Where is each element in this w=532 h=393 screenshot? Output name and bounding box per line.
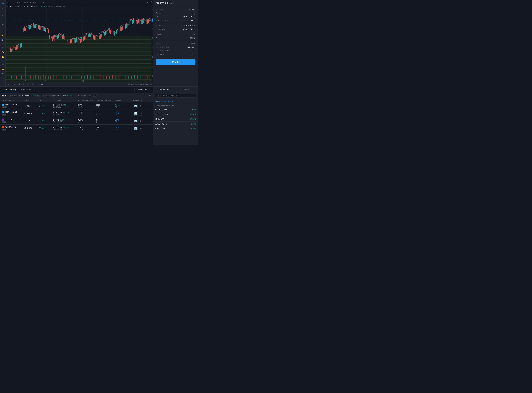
cancel-btn-3[interactable]: ⊘	[139, 126, 143, 130]
svg-rect-130	[97, 37, 97, 41]
value-col-0: $ 4 025.44	[24, 105, 39, 107]
crosshair-tool[interactable]: ✛	[1, 1, 5, 5]
alert-tool[interactable]: 🔔	[1, 55, 5, 59]
exchange-label[interactable]: Binance	[24, 1, 31, 4]
timeframe-7d[interactable]: 7d	[17, 83, 21, 85]
eye-tool[interactable]: 👁	[1, 72, 5, 76]
candle-type-btn[interactable]: 🕯	[11, 1, 13, 4]
fullscreen-icon[interactable]: ⛶	[150, 1, 152, 4]
change-col-0: 3.04%	[39, 105, 53, 107]
svg-rect-159	[136, 20, 136, 24]
ruler-tool[interactable]: 📏	[1, 50, 5, 54]
sbot-divider-2	[153, 32, 198, 32]
stats-btn-1[interactable]: 📊	[133, 111, 138, 116]
sbot-value-exchange: Huobi	[191, 12, 195, 14]
timeframe-1h-bottom[interactable]: 1h	[36, 83, 39, 85]
stats-btn-3[interactable]: 📊	[133, 126, 138, 130]
node-tool[interactable]: ⌥	[1, 28, 5, 32]
chart-time-display: 18:16:27 (UTC+3)	[128, 83, 142, 85]
svg-point-238	[101, 32, 102, 34]
backtest-month[interactable]: Month	[155, 100, 160, 103]
indicators-btn[interactable]: Indicators	[15, 1, 22, 4]
svg-rect-163	[141, 20, 141, 24]
tab-strategies[interactable]: Strategies (427)	[153, 87, 176, 92]
col-pair-label: Pair / Bot type	[5, 99, 15, 101]
pct-view[interactable]: %	[143, 83, 145, 85]
search-input[interactable]	[155, 93, 196, 98]
trans-col-3: 186 0	[96, 126, 115, 130]
status-col-1: Long TP	[115, 111, 133, 115]
smiley-tool[interactable]: ☺	[1, 45, 5, 49]
svg-rect-133	[102, 34, 102, 37]
modify-button[interactable]: Modify	[156, 59, 195, 65]
strategy-item[interactable]: WAVES / BTC ↑ 8.13%	[153, 122, 198, 126]
profit-pct-1: 36.23%	[63, 111, 69, 113]
sbot-row-low-price: Low price 0.521	[153, 53, 198, 56]
cancel-btn-1[interactable]: ⊘	[139, 111, 143, 116]
log-view[interactable]: log	[145, 83, 148, 85]
filter-button[interactable]: ⚙	[149, 94, 151, 97]
timeframe-1d[interactable]: 1d	[26, 83, 30, 85]
chart-area: 1h 🕯 Indicators Binance 1INCH/USDT ⚙ ⛶ O…	[5, 0, 153, 87]
timeframe-6h[interactable]: 6h	[31, 83, 34, 85]
timeframe-1h[interactable]: 1h	[7, 1, 9, 4]
svg-rect-161	[138, 19, 139, 23]
pair-col-3: α ALPHA / BTC DCA	[2, 126, 24, 131]
strategy-item[interactable]: LDO / BTC ↑ 12.03%	[153, 117, 198, 122]
timeframe-3d[interactable]: 3d	[22, 83, 25, 85]
strategy-item[interactable]: BTCST / BUSD ↑ 13.08%	[153, 112, 198, 117]
svg-text:0.850: 0.850	[152, 9, 153, 10]
more-tool[interactable]: ⋯	[1, 77, 5, 81]
svg-rect-111	[73, 40, 73, 44]
measure-tool[interactable]: 📐	[1, 33, 5, 37]
svg-text:3: 3	[119, 80, 120, 82]
svg-text:29: 29	[25, 80, 26, 82]
help-icon[interactable]: ?	[173, 2, 174, 4]
tab-spot-history[interactable]: Spot history	[18, 87, 34, 93]
sbot-value-bot-type: SBot V2	[189, 8, 195, 10]
svg-text:0.600: 0.600	[152, 56, 153, 58]
pencil-tool[interactable]: ✏	[1, 13, 5, 17]
strategy-item[interactable]: ATOM / BTC ↑ 7.28%	[153, 126, 198, 131]
tab-balance[interactable]: Balance	[176, 87, 198, 92]
svg-rect-121	[86, 35, 86, 39]
chart-canvas[interactable]: 0.850 0.800 0.750 0.700 0.650 0.600 0.55…	[5, 7, 153, 82]
timeframe-3m[interactable]: 3m	[7, 83, 11, 85]
share-earn-button[interactable]: $ Share & Earn	[134, 88, 151, 92]
timeframe-1m[interactable]: 1m	[12, 83, 16, 85]
stats-btn-0[interactable]: 📊	[133, 104, 138, 108]
cursor-tool[interactable]: ↖	[1, 6, 5, 10]
lines-tool[interactable]: ≡	[1, 18, 5, 22]
value-col-1: $ 4 366.36	[24, 112, 39, 114]
compare-btn[interactable]: ⇄	[40, 83, 44, 86]
svg-rect-96	[53, 36, 54, 39]
text-tool[interactable]: T	[1, 23, 5, 27]
svg-rect-287	[103, 75, 103, 79]
trans-num-3: 186	[96, 126, 115, 128]
auto-view[interactable]: auto	[149, 83, 152, 85]
pair-label[interactable]: 1INCH/USDT	[33, 1, 44, 4]
cancel-btn-0[interactable]: ⊘	[139, 104, 143, 108]
settings-icon[interactable]: ⚙	[146, 1, 149, 4]
value-value: $ 40 421.17	[88, 95, 97, 97]
svg-rect-8	[5, 36, 152, 82]
avg-pct-0: 0.21%	[78, 104, 96, 106]
table-row: α ALPHA / BTC DCA $ 7 526.88 60.08% $ 2 …	[0, 125, 153, 132]
strat-pair-3: WAVES / BTC	[155, 123, 167, 125]
ohlc-change: +0.001 (+0.13%)	[34, 5, 47, 7]
strategy-item[interactable]: BTCST / USDT ↑ 13.5%	[153, 107, 198, 112]
sbot-label-profit-currency: Profit currency	[156, 20, 168, 22]
svg-rect-274	[63, 75, 63, 79]
svg-rect-98	[56, 36, 56, 40]
cancel-btn-2[interactable]: ⊘	[139, 119, 143, 123]
stats-btn-2[interactable]: 📊	[133, 119, 138, 123]
label-tool[interactable]: 🏷	[1, 62, 5, 66]
sbot-label-step: Step	[156, 37, 160, 39]
zoom-tool[interactable]: 🔍	[1, 38, 5, 42]
sbot-value-pump-protection: On	[193, 50, 195, 52]
lock-tool[interactable]: 🔒	[1, 67, 5, 71]
sbot-row-levels: Levels 140	[153, 33, 198, 36]
tab-spot-bots[interactable]: Spot bots (9)	[2, 87, 18, 93]
svg-rect-281	[84, 76, 85, 79]
svg-rect-295	[128, 76, 129, 79]
